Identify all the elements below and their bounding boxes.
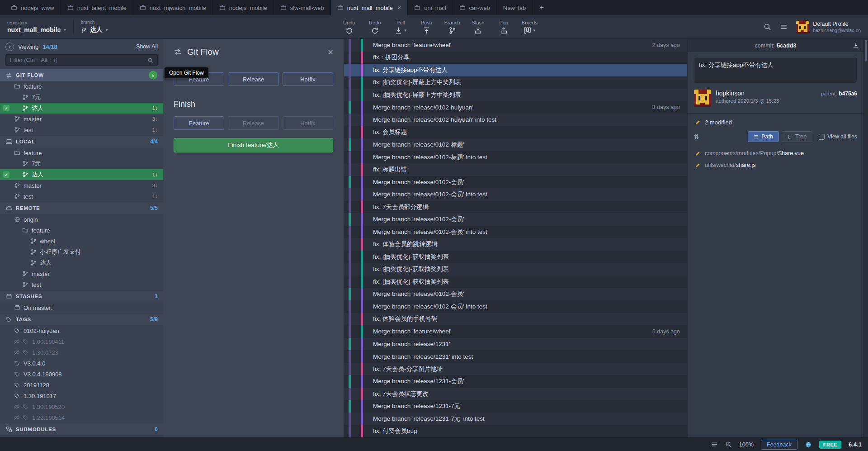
sidebar-row[interactable]: ✓ LOCAL 4/4 ›	[0, 135, 163, 147]
repo-tab[interactable]: nodejs_www	[5, 0, 61, 15]
commit-row[interactable]: fix: [抽奖优化]-获取抽奖列表	[344, 263, 687, 276]
pop-button[interactable]: Pop	[491, 15, 517, 38]
commit-row[interactable]: Merge branch 'release/1231-7元'	[344, 400, 687, 413]
search-icon[interactable]	[764, 23, 771, 31]
gitflow-button[interactable]: Feature	[174, 116, 224, 130]
sidebar-row[interactable]: ✓ origin ›	[0, 214, 163, 225]
commit-row[interactable]: fix: 会员标题	[344, 126, 687, 139]
commit-row[interactable]: Merge branch 'release/1231-会员'	[344, 375, 687, 388]
gitflow-button[interactable]: Hotfix	[283, 116, 333, 130]
show-all-link[interactable]: Show All	[136, 43, 158, 50]
filter-input[interactable]	[10, 57, 144, 63]
commit-row[interactable]: fix: 付费会员bug	[344, 425, 687, 437]
branch-button[interactable]: Branch	[439, 15, 465, 38]
sidebar-row[interactable]: ✓ master 3↓ ›	[0, 180, 163, 191]
checkbox[interactable]	[819, 134, 825, 140]
repo-tab[interactable]: nuxt_talent_mobile	[61, 0, 133, 15]
commit-row[interactable]: Merge branch 'release/0102-huiyuan' 3 da…	[344, 101, 687, 114]
collapse-sidebar-button[interactable]: ‹	[5, 43, 14, 51]
tab-close-icon[interactable]: ×	[397, 5, 401, 11]
commit-row[interactable]: Merge branch 'release/0102-标题' into test	[344, 151, 687, 164]
sidebar-row[interactable]: ✓ test ›	[0, 279, 163, 290]
commit-row[interactable]: Merge branch 'release/0102-会员'	[344, 213, 687, 226]
zoom-icon[interactable]	[725, 441, 732, 448]
commit-row[interactable]: fix: [抽奖优化]-屏蔽上方中奖列表	[344, 76, 687, 89]
commit-row[interactable]: Merge branch 'release/0102-会员'	[344, 176, 687, 189]
repo-tab[interactable]: nuxt_mall_mobile ×	[331, 0, 408, 15]
sidebar-row[interactable]: ✓ 1.00.190411 ›	[0, 336, 163, 347]
scrollbar-thumb[interactable]	[865, 40, 867, 62]
redo-button[interactable]: Redo	[362, 15, 388, 38]
commit-row[interactable]: Merge branch 'release/0102-会员' into test	[344, 226, 687, 238]
sidebar-row[interactable]: ✓ feature ›	[0, 225, 163, 236]
commit-row[interactable]: fix: 7天会员状态更改	[344, 388, 687, 400]
commit-row[interactable]: Merge branch 'release/0102-会员' into test	[344, 300, 687, 313]
scrollbar[interactable]	[863, 39, 868, 437]
download-icon[interactable]	[853, 43, 859, 49]
commit-row[interactable]: fix: 7天会员部分逻辑	[344, 201, 687, 214]
parent-commit[interactable]: parent:b475a6	[821, 90, 857, 97]
repo-tab[interactable]: car-web	[453, 0, 497, 15]
sidebar-row[interactable]: ✓ 1.30.190520 ›	[0, 401, 163, 412]
commit-message-box[interactable]: fix: 分享链接app不带有达人	[694, 57, 857, 83]
sidebar-row[interactable]: ✓ TAGS 5/9 ›	[0, 313, 163, 325]
commit-row[interactable]: fix: 标题出错	[344, 163, 687, 176]
menu-icon[interactable]	[780, 23, 788, 31]
pull-button[interactable]: Pull ▾	[388, 15, 414, 38]
commit-row[interactable]: fix: [抽奖优化]-获取抽奖列表	[344, 251, 687, 263]
sidebar-row[interactable]: ✓ test 1↓ ›	[0, 124, 163, 135]
changed-file-row[interactable]: utils/wechat/share.js	[688, 159, 863, 171]
commit-row[interactable]: Merge branch 'release/0102-会员' into test	[344, 188, 687, 201]
commit-row[interactable]: Merge branch 'feature/wheel' 5 days ago	[344, 325, 687, 338]
path-view-button[interactable]: Path	[748, 131, 779, 142]
gitflow-button[interactable]: Release	[228, 72, 278, 86]
sidebar-row[interactable]: ✓ feature ›	[0, 81, 163, 92]
chevron-down-icon[interactable]: ▾	[533, 28, 535, 33]
profile-button[interactable]: Default Profile hezhicheng@wbiao.cn	[796, 21, 861, 33]
close-icon[interactable]: ×	[328, 47, 333, 57]
repository-selector[interactable]: repository nuxt_mall_mobile▾	[0, 15, 73, 38]
changed-file-row[interactable]: components/modules/Popup/Share.vue	[688, 147, 863, 159]
sidebar-row[interactable]: ✓ 达人 ›	[0, 257, 163, 268]
sidebar-row[interactable]: ✓ 达人 1↓ ›	[0, 103, 163, 114]
sort-icon[interactable]: ⇅	[694, 133, 699, 140]
sidebar-row[interactable]: ✓ 0102-huiyuan ›	[0, 325, 163, 336]
commit-row[interactable]: fix: [抽奖优化]-获取抽奖列表	[344, 275, 687, 288]
sidebar-row[interactable]: ✓ wheel ›	[0, 236, 163, 247]
boards-button[interactable]: Boards ▾	[517, 15, 542, 38]
commit-row[interactable]: Merge branch 'release/0102-标题'	[344, 138, 687, 151]
commit-row[interactable]: fix: 7天会员-分享图片地址	[344, 363, 687, 375]
commit-row[interactable]: Merge branch 'release/1231'	[344, 338, 687, 351]
commit-row[interactable]: fix: 体验会员的跳转逻辑	[344, 238, 687, 251]
commit-row[interactable]: Merge branch 'feature/wheel' 2 days ago	[344, 39, 687, 52]
stash-button[interactable]: Stash	[465, 15, 491, 38]
repo-tab[interactable]: New Tab	[497, 0, 533, 15]
globe-icon[interactable]	[805, 441, 812, 448]
commit-row[interactable]: fix: 分享链接app不带有达人	[344, 64, 687, 76]
commit-row[interactable]: fix：拼团分享	[344, 52, 687, 64]
sidebar-row[interactable]: ✓ V3.0.4.0 ›	[0, 358, 163, 369]
sidebar-row[interactable]: ✓ V3.0.4.190908 ›	[0, 369, 163, 380]
commit-row[interactable]: Merge branch 'release/1231' into test	[344, 350, 687, 363]
undo-button[interactable]: Undo	[336, 15, 362, 38]
gitflow-button[interactable]: Release	[228, 116, 278, 130]
layout-icon[interactable]	[711, 441, 718, 448]
repo-tab[interactable]: slw-mall-web	[274, 0, 331, 15]
sidebar-row[interactable]: ✓ 1.30.191017 ›	[0, 390, 163, 401]
open-gitflow-button[interactable]: ›	[149, 71, 157, 80]
view-all-files-toggle[interactable]: View all files	[819, 133, 857, 140]
feedback-button[interactable]: Feedback	[761, 440, 797, 450]
sidebar-row[interactable]: ✓ master 3↓ ›	[0, 114, 163, 124]
sidebar-row[interactable]: ✓ 7元 ›	[0, 158, 163, 169]
sidebar-row[interactable]: ✓ master ›	[0, 268, 163, 279]
repo-tab[interactable]: nodejs_mobile	[213, 0, 274, 15]
push-button[interactable]: Push	[414, 15, 439, 38]
sidebar-row[interactable]: ✓ 达人 1↓ ›	[0, 169, 163, 180]
commit-row[interactable]: fix: [抽奖优化]-屏蔽上方中奖列表	[344, 89, 687, 101]
repo-tab[interactable]: nuxt_mjwatch_mobile	[133, 0, 213, 15]
sidebar-row[interactable]: ✓ 7元 ›	[0, 92, 163, 103]
branch-selector[interactable]: branch 达人▾	[74, 15, 115, 38]
sidebar-row[interactable]: ✓ GIT FLOW ›	[0, 69, 163, 81]
commit-row[interactable]: Merge branch 'release/0102-会员'	[344, 288, 687, 301]
sidebar-row[interactable]: ✓ 1.30.0723 ›	[0, 347, 163, 358]
